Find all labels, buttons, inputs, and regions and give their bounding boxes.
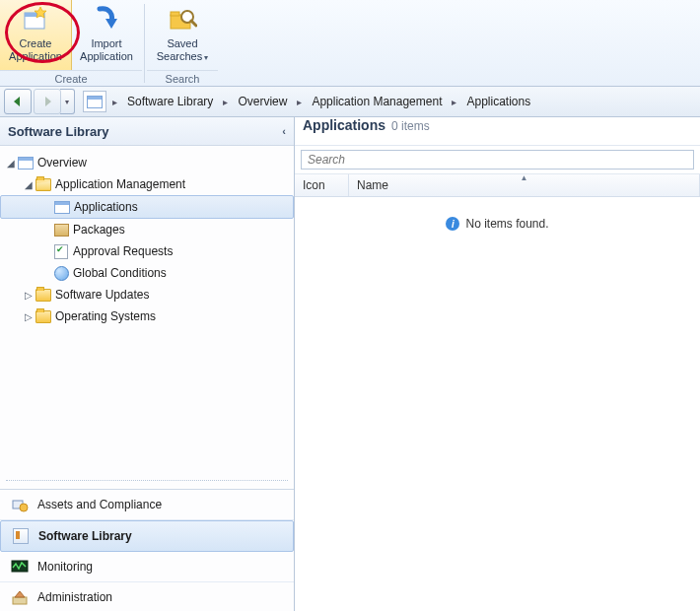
pane-splitter[interactable] [6,480,288,485]
column-headers: Icon Name ▲ [295,174,700,197]
tree-node-operating-systems[interactable]: ▷ Operating Systems [0,306,294,327]
create-application-label-1: Create [19,37,51,49]
search-input[interactable] [301,150,694,170]
tree-node-software-updates[interactable]: ▷ Software Updates [0,284,294,306]
workspace-switcher: Assets and Compliance Software Library M… [0,489,294,611]
breadcrumb: Software Library ▸ Overview ▸ Applicatio… [121,90,700,113]
tree-node-applications[interactable]: · Applications [0,195,294,219]
import-application-label-2: Application [80,50,133,62]
results-area: i No items found. [295,197,700,611]
ribbon: CreateApplication ImportApplication Crea… [0,0,700,87]
svg-marker-8 [14,97,20,106]
tree-node-approval-requests[interactable]: · Approval Requests [0,240,294,262]
chevron-down-icon: ▾ [204,53,208,62]
tree-node-label: Overview [37,156,87,170]
nav-history-dropdown[interactable]: ▾ [60,89,75,114]
breadcrumb-separator: ▸ [293,97,306,107]
breadcrumb-separator: ▸ [108,97,121,107]
expander-icon[interactable]: ▷ [22,311,35,322]
folder-icon [35,308,51,324]
app-window-icon [54,199,70,215]
package-icon [53,222,69,238]
approval-icon [53,243,69,259]
create-application-label-2: Application [9,50,62,62]
create-application-button[interactable]: CreateApplication [0,0,71,70]
content-item-count: 0 items [391,119,430,133]
breadcrumb-item[interactable]: Applications [460,95,536,108]
monitoring-icon [10,557,30,577]
saved-searches-button[interactable]: SavedSearches▾ [147,0,218,70]
overview-icon [18,155,34,170]
ribbon-group-search: SavedSearches▾ Search [147,0,218,86]
breadcrumb-separator: ▸ [448,97,460,107]
workspace-administration[interactable]: Administration [0,582,294,611]
ribbon-group-label-create: Create [0,70,142,87]
breadcrumb-separator: ▸ [219,97,232,107]
import-app-icon [91,4,122,35]
sort-ascending-icon: ▲ [521,173,528,182]
saved-searches-label-1: Saved [167,37,197,49]
svg-marker-9 [45,97,51,106]
tree-node-packages[interactable]: · Packages [0,219,294,240]
content-title: Applications [303,117,385,133]
create-app-icon [20,4,51,35]
tree-node-label: Approval Requests [73,244,173,258]
chevron-down-icon: ▾ [65,98,69,106]
collapse-pane-button[interactable]: ‹ [282,125,286,137]
saved-searches-label-2: Searches [157,50,202,62]
ribbon-separator [144,4,145,83]
tree-node-label: Operating Systems [55,309,156,323]
svg-line-7 [191,21,196,26]
navigation-bar: ▾ ▸ Software Library ▸ Overview ▸ Applic… [0,87,700,117]
svg-rect-5 [171,12,179,16]
folder-icon [35,287,51,303]
navigation-tree: ◢ Overview ◢ Application Management · Ap… [0,146,294,476]
tree-node-application-management[interactable]: ◢ Application Management [0,173,294,195]
workspace-software-library[interactable]: Software Library [0,520,294,552]
expander-icon[interactable]: ◢ [4,158,18,169]
breadcrumb-item[interactable]: Overview [232,95,293,108]
library-icon [11,526,31,546]
folder-open-icon [35,176,51,192]
empty-state-text: No items found. [465,217,548,231]
breadcrumb-item[interactable]: Application Management [306,95,448,108]
content-pane: Applications 0 items Icon Name ▲ i No it… [295,117,700,611]
column-header-icon[interactable]: Icon [295,174,349,196]
info-icon: i [446,217,459,231]
import-application-label-1: Import [91,37,121,49]
nav-forward-button[interactable] [34,89,61,114]
breadcrumb-item[interactable]: Software Library [121,95,219,108]
tree-node-label: Packages [73,223,125,237]
workspace-monitoring[interactable]: Monitoring [0,552,294,582]
svg-rect-13 [13,597,27,604]
assets-icon [10,495,30,514]
nav-pane-title: Software Library [8,124,109,139]
saved-searches-icon [167,4,198,35]
tree-node-label: Global Conditions [73,266,167,280]
ribbon-group-create: CreateApplication ImportApplication Crea… [0,0,142,86]
admin-icon [10,587,30,607]
tree-node-label: Application Management [55,177,185,191]
nav-pane-header: Software Library ‹ [0,117,294,146]
globe-icon [53,265,69,281]
svg-point-11 [20,504,28,511]
import-application-button[interactable]: ImportApplication [71,0,142,70]
workspace-assets[interactable]: Assets and Compliance [0,490,294,520]
column-header-name[interactable]: Name ▲ [349,174,700,196]
nav-back-button[interactable] [4,89,32,114]
workspace-label: Monitoring [37,560,93,574]
tree-node-label: Applications [74,200,138,214]
breadcrumb-root-icon[interactable] [83,91,106,112]
empty-state: i No items found. [446,217,548,231]
svg-marker-3 [105,19,117,29]
expander-icon[interactable]: ▷ [22,290,35,301]
ribbon-group-label-search: Search [147,70,218,87]
workspace-label: Administration [37,590,112,604]
tree-node-global-conditions[interactable]: · Global Conditions [0,262,294,284]
content-header: Applications 0 items [295,117,700,146]
tree-node-label: Software Updates [55,288,149,302]
navigation-pane: Software Library ‹ ◢ Overview ◢ Applicat… [0,117,295,611]
svg-marker-14 [15,591,25,597]
tree-node-overview[interactable]: ◢ Overview [0,152,294,173]
expander-icon[interactable]: ◢ [22,179,35,190]
